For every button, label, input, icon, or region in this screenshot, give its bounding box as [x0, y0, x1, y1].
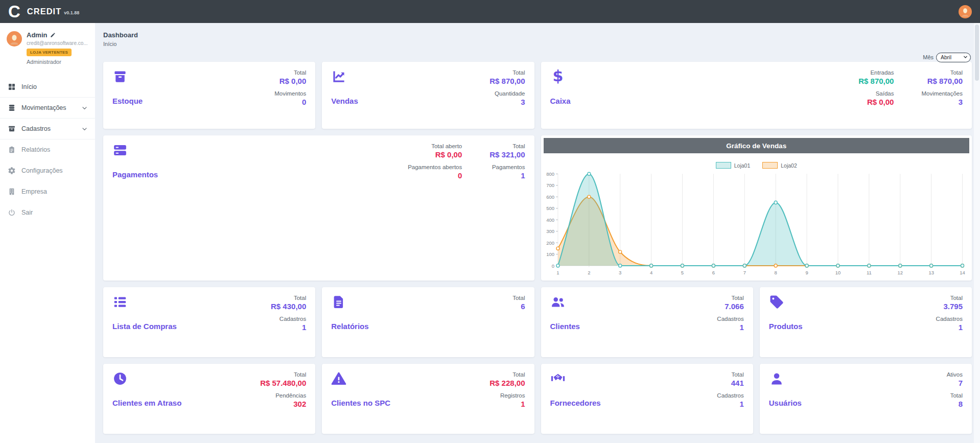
store-badge: LOJA VERTENTES	[27, 49, 72, 56]
stat-label: Cadastros	[717, 315, 743, 322]
stat-label: Entradas	[858, 69, 894, 76]
stat-value: 3	[921, 97, 963, 107]
sidebar-item-label: Cadastros	[21, 125, 51, 132]
stat-value: R$ 430,00	[271, 301, 306, 312]
stat-value: R$ 0,00	[858, 97, 894, 107]
svg-text:400: 400	[546, 217, 554, 223]
sidebar-item-configuracoes[interactable]: Configurações	[0, 160, 95, 181]
card-title-fornecedores[interactable]: Fornecedores	[550, 399, 601, 407]
sidebar-item-label: Sair	[21, 209, 33, 216]
card-title-caixa[interactable]: Caixa	[550, 97, 571, 105]
svg-text:600: 600	[546, 194, 554, 200]
dashboard-cards-grid: Gráfico de Vendas Loja01 Loja02 12345678…	[103, 62, 972, 434]
stat-value: R$ 870,00	[921, 76, 963, 86]
stat-value: R$ 321,00	[489, 150, 525, 160]
stat-value: 1	[717, 399, 743, 409]
card-heading: Pagamentos	[112, 143, 158, 179]
sidebar-item-inicio[interactable]: Início	[0, 76, 95, 97]
stat: Cadastros 1	[717, 392, 743, 409]
sidebar-menu: InícioMovimentaçõesCadastrosRelatóriosCo…	[0, 76, 95, 223]
card-title-lista-de-compras[interactable]: Lista de Compras	[112, 322, 177, 331]
card-title-relatorios[interactable]: Relatórios	[331, 322, 368, 331]
stat-label: Total	[936, 294, 963, 301]
month-label: Mês	[923, 54, 934, 60]
stat-value: R$ 0,00	[274, 76, 306, 86]
card-stats: Total R$ 870,00 Quantidade 3	[489, 69, 525, 111]
card-heading: Fornecedores	[550, 371, 601, 407]
stat: Total R$ 0,00	[274, 69, 306, 86]
card-heading: Clientes	[550, 294, 580, 331]
sales-area-chart: 1234567891011121314010020030040050060070…	[544, 170, 969, 278]
sidebar-item-sair[interactable]: Sair	[0, 202, 95, 223]
stat-label: Ativos	[947, 371, 963, 378]
power-icon	[8, 208, 16, 217]
sidebar-item-empresa[interactable]: Empresa	[0, 181, 95, 202]
tag-icon	[769, 294, 784, 310]
scrollbar[interactable]	[974, 23, 980, 443]
stat-value: 0	[274, 97, 306, 107]
legend-item-loja02[interactable]: Loja02	[762, 162, 797, 169]
stat-value: 441	[717, 378, 743, 388]
edit-pencil-icon[interactable]	[50, 32, 56, 38]
card-title-clientes-em-atraso[interactable]: Clientes em Atraso	[112, 399, 181, 407]
stat-column: Total R$ 321,00 Pagamentos 1	[489, 143, 525, 184]
stat: Total 3.795	[936, 294, 963, 312]
stat-label: Total	[260, 371, 306, 378]
month-select[interactable]: Abril	[936, 53, 971, 62]
svg-text:0: 0	[551, 263, 554, 268]
user-avatar-button[interactable]	[959, 5, 972, 18]
card-stats: Total R$ 430,00 Cadastros 1	[271, 294, 306, 336]
svg-text:12: 12	[897, 269, 903, 275]
stat-label: Total	[274, 69, 306, 76]
legend-item-loja01[interactable]: Loja01	[716, 162, 751, 169]
user-role: Administrador	[27, 59, 88, 65]
card-title-produtos[interactable]: Produtos	[769, 322, 803, 331]
card-fornecedores: Fornecedores Total 441 Cadastros 1	[541, 364, 753, 434]
stat-label: Total	[271, 294, 306, 301]
stat-value: 8	[947, 399, 963, 409]
profile-info: Admin credit@anronsoftware.co... LOJA VE…	[27, 31, 88, 65]
stat-column: Total R$ 870,00 Movimentações 3	[921, 69, 963, 111]
card-vendas: Vendas Total R$ 870,00 Quantidade 3	[322, 62, 534, 129]
card-estoque: Estoque Total R$ 0,00 Movimentos 0	[103, 62, 315, 129]
stat-label: Registros	[489, 392, 525, 399]
stat-value: R$ 228,00	[489, 378, 525, 388]
stat-label: Total	[947, 392, 963, 399]
sidebar-item-relatorios[interactable]: Relatórios	[0, 139, 95, 160]
stat: Total R$ 321,00	[489, 143, 525, 160]
card-heading: Clientes no SPC	[331, 371, 390, 407]
avatar	[7, 31, 22, 46]
stat-value: 7.066	[717, 301, 743, 312]
stat-value: R$ 0,00	[408, 150, 462, 160]
card-lista-de-compras: Lista de Compras Total R$ 430,00 Cadastr…	[103, 287, 315, 357]
svg-text:5: 5	[681, 269, 683, 275]
card-title-usuarios[interactable]: Usuários	[769, 399, 802, 407]
stat-column: Total R$ 228,00 Registros 1	[489, 371, 525, 413]
card-title-vendas[interactable]: Vendas	[331, 97, 358, 105]
sidebar-item-movimentacoes[interactable]: Movimentações	[0, 97, 95, 118]
card-stats: Total aberto R$ 0,00 Pagamentos abertos …	[408, 143, 525, 184]
stat: Total 6	[512, 294, 525, 312]
stat-label: Saídas	[858, 90, 894, 97]
stat-column: Entradas R$ 870,00 Saídas R$ 0,00	[858, 69, 894, 111]
clock-icon	[112, 371, 128, 386]
card-title-clientes[interactable]: Clientes	[550, 322, 580, 331]
scrollbar-thumb[interactable]	[975, 25, 979, 81]
card-heading: $ Caixa	[550, 69, 571, 105]
stat: Pagamentos abertos 0	[408, 164, 462, 181]
card-title-estoque[interactable]: Estoque	[112, 97, 143, 105]
stat-label: Cadastros	[271, 315, 306, 322]
stat-label: Total aberto	[408, 143, 462, 150]
card-heading: Relatórios	[331, 294, 368, 331]
card-stats: Total 6	[512, 294, 525, 315]
sidebar-item-cadastros[interactable]: Cadastros	[0, 118, 95, 139]
stat-column: Total R$ 430,00 Cadastros 1	[271, 294, 306, 336]
card-grafico-de-vendas: Gráfico de Vendas Loja01 Loja02 12345678…	[541, 135, 972, 281]
stat: Total 8	[947, 392, 963, 409]
stat-value: R$ 870,00	[858, 76, 894, 86]
archive-icon	[8, 125, 16, 133]
svg-text:8: 8	[774, 269, 777, 275]
card-title-clientes-no-spc[interactable]: Clientes no SPC	[331, 399, 390, 407]
handshake-icon	[550, 371, 566, 386]
card-title-pagamentos[interactable]: Pagamentos	[112, 170, 158, 179]
